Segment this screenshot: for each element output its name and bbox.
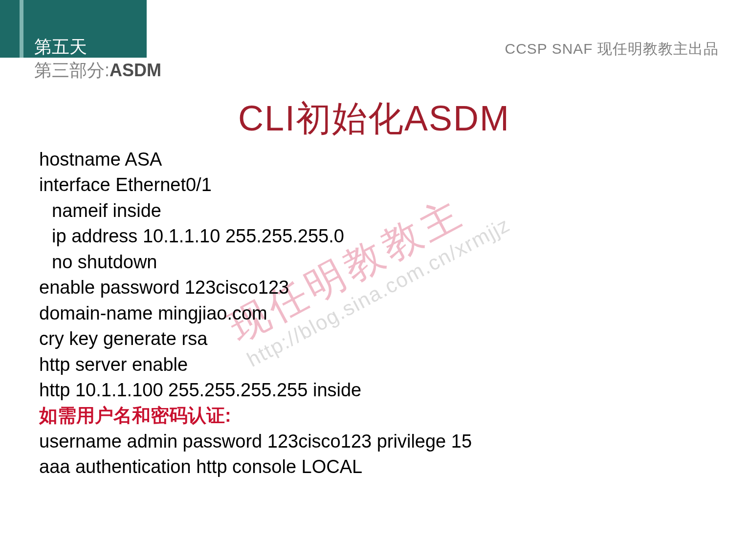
cli-line: cry key generate rsa	[39, 326, 719, 351]
cli-note: 如需用户名和密码认证:	[39, 403, 719, 428]
cli-line: http server enable	[39, 352, 719, 377]
cli-line: no shutdown	[39, 249, 719, 275]
cli-line: http 10.1.1.100 255.255.255.255 inside	[39, 377, 719, 403]
cli-line: interface Ethernet0/1	[39, 172, 719, 197]
section-prefix: 第三部分:	[34, 60, 110, 80]
cli-line: aaa authentication http console LOCAL	[39, 454, 719, 479]
cli-line: hostname ASA	[39, 147, 719, 172]
slide-title: CLI初始化ASDM	[0, 95, 748, 142]
section-name: ASDM	[110, 60, 161, 80]
slide-body: hostname ASA interface Ethernet0/1 namei…	[39, 147, 719, 480]
course-tag: CCSP SNAF 现任明教教主出品	[505, 39, 719, 59]
cli-line: nameif inside	[39, 198, 719, 223]
header-accent-bar	[20, 0, 23, 58]
cli-line: enable password 123cisco123	[39, 275, 719, 300]
section-label: 第三部分:ASDM	[34, 59, 161, 83]
cli-line: username admin password 123cisco123 priv…	[39, 429, 719, 454]
cli-line: domain-name mingjiao.com	[39, 301, 719, 326]
day-label: 第五天	[34, 35, 87, 59]
cli-line: ip address 10.1.1.10 255.255.255.0	[39, 223, 719, 249]
